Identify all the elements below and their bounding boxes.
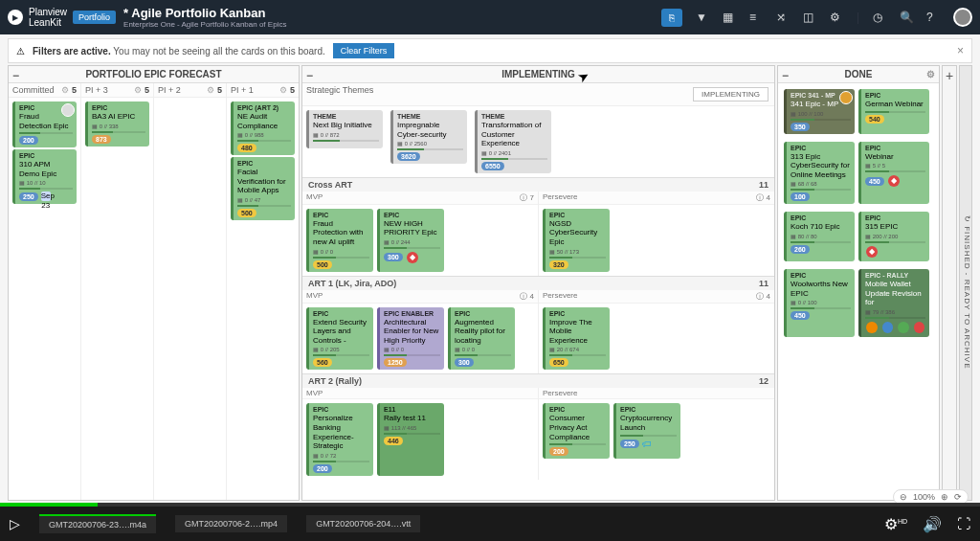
card[interactable]: EPIC Personalize Banking Experience-Stra…	[306, 403, 373, 475]
card[interactable]: EPIC Consumer Privacy Act Compliance200	[543, 403, 610, 459]
video-settings-icon[interactable]: ⚙HD	[884, 515, 907, 533]
card-type: EPIC	[455, 310, 511, 317]
play-button[interactable]: ▷	[10, 516, 20, 531]
close-filter-bar-icon[interactable]: ×	[957, 44, 964, 57]
filter-icon[interactable]: ▼	[696, 11, 709, 24]
gear-icon[interactable]: ⚙	[926, 69, 935, 79]
swimlane-subcolumn: MVPⓘ 7EPIC Fraud Protection with new AI …	[302, 192, 539, 276]
card[interactable]: THEME Transformation of Customer Experie…	[475, 110, 551, 173]
add-card-button[interactable]: ⎘	[661, 9, 682, 27]
card[interactable]: EPIC 313 Epic CyberSecurity for Online M…	[784, 142, 855, 205]
card[interactable]: E11 Rally test 11▦ 113 // 465446	[377, 403, 444, 475]
card-pill: 100	[791, 192, 810, 201]
card-footer: 350	[791, 123, 851, 131]
swimlane-header[interactable]: Cross ART11	[302, 178, 774, 192]
card[interactable]: EPIC Fraud Detection Epic200	[12, 101, 77, 147]
column-header-done: − DONE ⚙	[778, 66, 939, 83]
card[interactable]: EPIC - RALLY Mobile Wallet Update Revisi…	[858, 269, 929, 337]
lane[interactable]: EPIC BA3 AI EPIC▦ 0 // 338873	[81, 98, 153, 150]
zoom-out-icon[interactable]: ⊖	[900, 492, 907, 502]
clear-filters-button[interactable]: Clear Filters	[333, 43, 395, 58]
card[interactable]: EPIC Improve The Mobile Experience▦ 20 /…	[543, 307, 610, 371]
zoom-in-icon[interactable]: ⊕	[941, 492, 948, 502]
card[interactable]: THEME Next Big Initiative▦ 0 // 872	[306, 110, 383, 148]
collapse-icon[interactable]: −	[12, 69, 19, 82]
help-icon[interactable]: ?	[926, 11, 940, 24]
chart-icon[interactable]: ◫	[803, 11, 816, 24]
card[interactable]: EPIC NGSD CyberSecurity Epic▦ 50 // 1733…	[543, 209, 610, 272]
card[interactable]: EPIC ENABLER Architectural Enabler for N…	[377, 307, 444, 371]
card-row[interactable]: EPIC Koch 710 Epic▦ 80 // 80260EPIC 315 …	[780, 208, 937, 265]
card[interactable]: EPIC Cryptocurrency Launch250🏷	[613, 403, 680, 459]
finished-rail[interactable]: ↻ FINISHED - READY TO ARCHIVE	[959, 65, 972, 501]
card[interactable]: EPIC Koch 710 Epic▦ 80 // 80260	[784, 212, 855, 261]
card-meta: ▦ 100 // 100	[791, 110, 851, 117]
lane[interactable]: EPIC (ART 2) NE Audit Compliance▦ 0 // 9…	[227, 98, 299, 224]
card[interactable]: EPIC Webinar▦ 5 // 5450◆	[858, 142, 929, 205]
card-title: Woolworths New EPIC	[791, 280, 851, 298]
card-footer: 250Sep 23	[19, 192, 73, 201]
card-progress	[313, 140, 379, 142]
card[interactable]: EPIC Woolworths New EPIC▦ 0 // 100450	[784, 269, 855, 337]
card[interactable]: EPIC 341 - MP 341 Epic - MP▦ 100 // 1003…	[784, 89, 855, 134]
card-type: EPIC (ART 2)	[237, 104, 291, 111]
card-row[interactable]: EPIC Consumer Privacy Act Compliance200E…	[539, 399, 774, 462]
card-row[interactable]: EPIC Fraud Protection with new AI uplift…	[302, 205, 538, 276]
implementing-tab[interactable]: IMPLEMENTING	[693, 87, 768, 101]
card-row[interactable]: EPIC Woolworths New EPIC▦ 0 // 100450EPI…	[780, 265, 937, 341]
card-row[interactable]: EPIC 313 Epic CyberSecurity for Online M…	[780, 138, 937, 209]
fullscreen-icon[interactable]: ⛶	[957, 516, 970, 531]
card-meta: ▦ 0 // 0	[384, 346, 440, 352]
card-pill: 6550	[481, 162, 504, 170]
card-title: 315 EPIC	[865, 222, 925, 232]
card[interactable]: EPIC Extend Security Layers and Controls…	[306, 307, 373, 371]
card[interactable]: EPIC 315 EPIC▦ 200 // 200◆	[858, 212, 929, 261]
card-title: Augmented Reality pilot for locating	[455, 318, 511, 346]
card-row[interactable]: EPIC 341 - MP 341 Epic - MP▦ 100 // 1003…	[780, 85, 937, 138]
card[interactable]: THEME Impregnable Cyber-security▦ 0 // 2…	[390, 110, 467, 164]
volume-icon[interactable]: 🔊	[923, 515, 942, 533]
swimlane-header[interactable]: ART 2 (Rally)12	[302, 374, 774, 388]
card[interactable]: EPIC Augmented Reality pilot for locatin…	[448, 307, 515, 371]
file-tab[interactable]: GMT20200706-204….vtt	[306, 515, 420, 532]
card-row[interactable]: EPIC Personalize Banking Experience-Stra…	[302, 399, 538, 479]
gear-icon[interactable]: ⚙	[830, 11, 843, 24]
lane[interactable]: EPIC Fraud Detection Epic200EPIC 310 APM…	[9, 98, 80, 208]
card[interactable]: EPIC German Webinar540	[858, 89, 929, 134]
card[interactable]: EPIC BA3 AI EPIC▦ 0 // 338873	[85, 101, 149, 147]
portfolio-tag[interactable]: Portfolio	[73, 11, 116, 24]
card-meta: ▦ 113 // 465	[384, 424, 440, 431]
collapse-icon[interactable]: −	[306, 69, 313, 82]
swimlane-header[interactable]: ART 1 (LK, Jira, ADO)11	[302, 277, 774, 290]
list-icon[interactable]: ≡	[749, 11, 763, 24]
card-footer: 650	[549, 358, 606, 367]
card-footer: 320	[549, 260, 606, 269]
lane[interactable]	[154, 98, 226, 101]
user-avatar[interactable]	[953, 8, 972, 27]
card-pill: 560	[313, 358, 332, 367]
analytics-icon[interactable]: ⤨	[776, 11, 790, 24]
card-row[interactable]: EPIC NGSD CyberSecurity Epic▦ 50 // 1733…	[539, 205, 774, 276]
layout-icon[interactable]: ▦	[723, 11, 736, 24]
card-row[interactable]: EPIC Improve The Mobile Experience▦ 20 /…	[539, 304, 774, 374]
card[interactable]: EPIC NEW HIGH PRIORITY Epic▦ 0 // 244300…	[377, 209, 444, 272]
search-icon[interactable]: 🔍	[900, 11, 913, 24]
brand-area: Planview LeanKit Portfolio	[8, 7, 116, 28]
card[interactable]: EPIC Fraud Protection with new AI uplift…	[306, 209, 373, 272]
card[interactable]: EPIC (ART 2) NE Audit Compliance▦ 0 // 9…	[231, 101, 295, 155]
card-pill: 200	[549, 447, 568, 456]
card[interactable]: EPIC 310 APM Demo Epic▦ 10 // 10250Sep 2…	[12, 149, 77, 204]
card-row[interactable]: EPIC Extend Security Layers and Controls…	[302, 304, 538, 374]
timer-icon[interactable]: ◷	[873, 11, 886, 24]
collapse-icon[interactable]: −	[782, 69, 789, 82]
add-column-button[interactable]: +	[942, 65, 957, 501]
file-tab[interactable]: GMT20200706-2….mp4	[175, 515, 287, 532]
file-tab[interactable]: GMT20200706-23….m4a	[39, 514, 156, 533]
card-footer: 250🏷	[620, 439, 677, 449]
video-controls: ▷ GMT20200706-23….m4a GMT20200706-2….mp4…	[0, 507, 980, 541]
zoom-reset-icon[interactable]: ⟳	[954, 492, 962, 502]
card[interactable]: EPIC Facial Verification for Mobile Apps…	[231, 157, 295, 220]
card-meta: ▦ 200 // 200	[865, 233, 925, 239]
status-icon	[882, 322, 894, 333]
kanban-board: − PORTFOLIO EPIC FORECAST Committed⚙ 5EP…	[0, 65, 980, 501]
